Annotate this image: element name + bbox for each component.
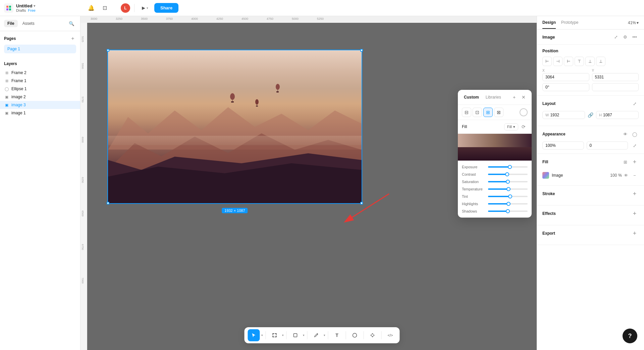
align-bottom-button[interactable]: ⊥ [596, 57, 605, 66]
opacity-field [542, 141, 584, 150]
libraries-tab[interactable]: Libraries [484, 94, 503, 100]
tint-thumb[interactable] [508, 194, 512, 198]
prototype-tab[interactable]: Prototype [561, 17, 578, 29]
component-tool-button[interactable] [367, 329, 379, 341]
shadows-row: Shadows [458, 208, 532, 215]
temperature-thumb[interactable] [506, 187, 511, 191]
panels-button[interactable]: ⊡ [99, 3, 110, 13]
logo-icon[interactable] [4, 3, 13, 13]
select-chevron[interactable]: ▾ [261, 334, 263, 337]
lock-icon[interactable]: 🔗 [588, 111, 593, 119]
help-button[interactable]: ? [623, 329, 637, 343]
present-button[interactable]: ▶ ▾ [139, 3, 152, 12]
fill-dropdown[interactable]: Fill ▾ [504, 123, 518, 130]
handle-bl[interactable] [107, 202, 109, 205]
select-tool-button[interactable] [248, 329, 260, 341]
filter-icon[interactable]: ⊠ [494, 108, 503, 117]
page-item-1[interactable]: Page 1 [4, 45, 76, 53]
contrast-slider[interactable] [488, 174, 528, 175]
canvas-image[interactable]: 1932 × 1087 [107, 50, 362, 204]
design-tab[interactable]: Design [542, 17, 556, 29]
crop-icon[interactable]: ⊡ [473, 108, 482, 117]
align-center-v-button[interactable]: ⊥ [585, 57, 595, 66]
handle-tl[interactable] [107, 49, 109, 52]
height-input[interactable] [603, 113, 636, 117]
custom-tab[interactable]: Custom [462, 94, 481, 100]
adjust-icon[interactable]: ⊞ [483, 108, 493, 117]
text-tool-button[interactable]: T [331, 329, 343, 341]
ruler-mark-v-7000: 7000 [81, 278, 84, 284]
assets-tab[interactable]: Assets [19, 20, 38, 27]
highlights-slider[interactable] [488, 203, 528, 205]
align-center-h-button[interactable]: ⊣ [553, 57, 562, 66]
export-add-button[interactable]: + [631, 229, 639, 237]
fill-reset-button[interactable]: ⟳ [520, 123, 528, 131]
zoom-display[interactable]: 41% ▾ [628, 20, 639, 25]
notification-button[interactable]: 🔔 [86, 3, 97, 13]
add-page-button[interactable]: + [69, 35, 76, 42]
code-tool-button[interactable]: </> [384, 329, 396, 341]
resize-icon-button[interactable]: ⤢ [612, 33, 620, 41]
pen-chevron[interactable]: ▾ [324, 334, 325, 337]
temperature-slider[interactable] [488, 188, 528, 190]
fill-color-thumb[interactable] [542, 172, 549, 179]
pen-tool-button[interactable] [310, 329, 322, 341]
layout-expand-button[interactable]: ⤢ [631, 100, 639, 108]
fill-remove-button[interactable]: − [631, 171, 639, 179]
layer-frame1[interactable]: ⊞ Frame 1 [0, 77, 80, 85]
more-icon-button[interactable]: ••• [631, 33, 639, 41]
shadows-thumb[interactable] [506, 209, 510, 213]
align-left-button[interactable]: ⊢ [542, 57, 552, 66]
contrast-thumb[interactable] [505, 172, 509, 176]
width-input[interactable] [550, 113, 582, 117]
align-top-button[interactable]: ⊤ [575, 57, 584, 66]
image-section-header: Image ⤢ ⚙ ••• [537, 30, 644, 45]
fill-grid-button[interactable]: ⊞ [621, 158, 629, 166]
frame-tool-button[interactable] [269, 329, 281, 341]
frame-chevron[interactable]: ▾ [282, 334, 284, 337]
corner-input[interactable] [590, 143, 625, 148]
skew-input[interactable] [592, 83, 639, 91]
search-button[interactable]: 🔍 [67, 19, 76, 28]
share-button[interactable]: Share [154, 3, 178, 13]
export-header: Export + [542, 229, 639, 237]
corner-expand-button[interactable]: ⤢ [631, 141, 639, 150]
right-panel-tabs: Design Prototype 41% ▾ [537, 16, 644, 30]
align-right-button[interactable]: ⊢ [564, 57, 573, 66]
shape-tool-button[interactable] [289, 329, 302, 341]
close-panel-button[interactable]: ✕ [520, 93, 528, 101]
effects-add-button[interactable]: + [631, 210, 639, 218]
highlights-thumb[interactable] [506, 202, 511, 206]
fill-visibility-button[interactable]: 👁 [622, 171, 630, 179]
fit-icon[interactable]: ⊟ [462, 108, 471, 117]
divider-7 [381, 331, 382, 339]
saturation-slider[interactable] [488, 181, 528, 182]
mask-button[interactable]: ◯ [631, 130, 639, 138]
opacity-input[interactable] [545, 143, 581, 148]
file-tab[interactable]: File [4, 20, 18, 27]
saturation-thumb[interactable] [506, 180, 510, 184]
fill-add-button[interactable]: + [631, 158, 639, 166]
layer-image1[interactable]: ▣ image 1 [0, 109, 80, 117]
stroke-add-button[interactable]: + [631, 190, 639, 198]
canvas-image-wrapper[interactable]: 1932 × 1087 [107, 50, 362, 204]
x-input[interactable] [542, 73, 589, 81]
exposure-thumb[interactable] [508, 165, 512, 169]
shape-chevron[interactable]: ▾ [303, 334, 305, 337]
layer-image2[interactable]: ▣ image 2 [0, 93, 80, 101]
rotation-input[interactable] [542, 83, 589, 91]
layer-ellipse1[interactable]: ◯ Ellipse 1 [0, 85, 80, 93]
layer-image3[interactable]: ▣ image 3 [0, 101, 80, 109]
handle-tr[interactable] [360, 49, 363, 52]
layer-frame2[interactable]: ⊞ Frame 2 [0, 69, 80, 77]
bottom-toolbar: ▾ ▾ ▾ ▾ T </> [245, 327, 400, 343]
exposure-slider[interactable] [488, 166, 528, 168]
tint-slider[interactable] [488, 196, 528, 197]
y-input[interactable] [592, 73, 639, 81]
shadows-slider[interactable] [488, 211, 528, 212]
visibility-button[interactable]: 👁 [621, 130, 629, 138]
settings-icon-button[interactable]: ⚙ [621, 33, 629, 41]
add-panel-button[interactable]: + [510, 93, 518, 101]
ellipse-tool-button[interactable] [349, 329, 361, 341]
title-row[interactable]: Untitled ▾ [16, 3, 36, 8]
